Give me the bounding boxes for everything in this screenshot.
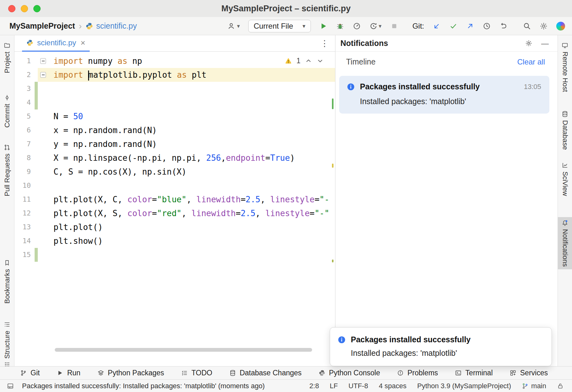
code-line-10[interactable]: 10 <box>14 179 335 193</box>
code-line-11[interactable]: 11plt.plot(X, C, color="blue", linewidth… <box>14 193 335 206</box>
line-number[interactable]: 6 <box>14 123 35 137</box>
code-line-14[interactable]: 14plt.show() <box>14 234 335 248</box>
tool-window-button-problems[interactable]: Problems <box>397 369 438 377</box>
tool-strip-pull-requests[interactable]: Pull Requests <box>0 142 14 199</box>
code-text[interactable] <box>48 96 335 109</box>
minimize-window-button[interactable] <box>21 5 28 12</box>
tool-window-button-python-packages[interactable]: Python Packages <box>98 369 164 377</box>
tool-window-button-services[interactable]: Services <box>510 369 548 377</box>
close-tab-icon[interactable]: × <box>81 39 85 47</box>
hide-panel-icon[interactable]: — <box>541 40 549 47</box>
code-line-3[interactable]: 3 <box>14 82 335 96</box>
next-problem-icon[interactable] <box>317 57 324 64</box>
git-push-button[interactable] <box>466 22 474 30</box>
fold-marker-icon[interactable] <box>38 54 48 68</box>
tool-strip-notifications[interactable]: Notifications <box>558 217 572 269</box>
horizontal-scrollbar[interactable] <box>55 348 312 352</box>
code-line-13[interactable]: 13plt.plot() <box>14 220 335 234</box>
line-number[interactable]: 7 <box>14 137 35 151</box>
code-text[interactable] <box>48 82 335 96</box>
code-line-2[interactable]: 2import matplotlib.pyplot as plt <box>14 68 335 82</box>
caret-position[interactable]: 2:8 <box>309 382 319 390</box>
tab-options-kebab-icon[interactable]: ⋮ <box>320 38 329 48</box>
tool-strip-commit[interactable]: Commit <box>0 92 14 130</box>
profiler-widget[interactable]: ▾ <box>369 22 382 30</box>
code-line-4[interactable]: 4 <box>14 96 335 109</box>
debug-button[interactable] <box>336 22 344 30</box>
code-line-8[interactable]: 8X = np.linspace(-np.pi, np.pi, 256,endp… <box>14 151 335 165</box>
layout-toggle-icon[interactable] <box>7 383 14 389</box>
git-branch-widget[interactable]: main <box>522 382 546 390</box>
breadcrumb-project[interactable]: MySampleProject <box>9 21 75 31</box>
tool-window-button-database-changes[interactable]: Database Changes <box>229 369 302 377</box>
notification-settings-icon[interactable] <box>525 40 532 47</box>
line-number[interactable]: 2 <box>14 68 35 82</box>
run-configuration-select[interactable]: Current File ▾ <box>248 20 311 32</box>
editor[interactable]: 1import numpy as np2import matplotlib.py… <box>14 52 335 366</box>
code-line-12[interactable]: 12plt.plot(X, S, color="red", linewidth=… <box>14 206 335 220</box>
tool-window-button-terminal[interactable]: Terminal <box>455 369 493 377</box>
file-encoding[interactable]: UTF-8 <box>349 382 368 390</box>
notification-toast[interactable]: Packages installed successfully Installe… <box>330 327 552 366</box>
python-interpreter[interactable]: Python 3.9 (MySampleProject) <box>417 382 511 390</box>
notification-card[interactable]: Packages installed successfully 13:05 In… <box>339 76 549 114</box>
lock-icon[interactable] <box>557 383 564 389</box>
line-number[interactable]: 8 <box>14 151 35 165</box>
code-text[interactable] <box>48 248 335 262</box>
code-text[interactable]: plt.plot(X, C, color="blue", linewidth=2… <box>48 193 335 206</box>
git-rollback-button[interactable] <box>499 22 508 30</box>
coverage-button[interactable] <box>353 22 361 30</box>
line-separator[interactable]: LF <box>330 382 338 390</box>
git-commit-button[interactable] <box>449 22 457 30</box>
tool-strip-remote-host[interactable]: Remote Host <box>558 40 572 94</box>
fold-marker-icon[interactable] <box>38 68 48 82</box>
line-number[interactable]: 5 <box>14 109 35 123</box>
code-text[interactable]: y = np.random.rand(N) <box>48 137 335 151</box>
line-number[interactable]: 9 <box>14 165 35 179</box>
line-number[interactable]: 10 <box>14 179 35 193</box>
code-text[interactable]: import matplotlib.pyplot as plt <box>48 68 335 82</box>
run-button[interactable] <box>319 22 328 30</box>
code-line-9[interactable]: 9C, S = np.cos(X), np.sin(X) <box>14 165 335 179</box>
code-text[interactable]: plt.plot() <box>48 220 335 234</box>
zoom-window-button[interactable] <box>33 5 41 12</box>
code-text[interactable]: plt.show() <box>48 234 335 248</box>
git-history-button[interactable] <box>483 22 491 30</box>
code-text[interactable]: C, S = np.cos(X), np.sin(X) <box>48 165 335 179</box>
line-number[interactable]: 1 <box>14 54 35 68</box>
breadcrumb-file[interactable]: scientific.py <box>96 21 137 31</box>
tool-window-button-git[interactable]: Git <box>20 369 40 377</box>
git-update-button[interactable] <box>433 22 441 30</box>
settings-gear-icon[interactable] <box>540 22 548 30</box>
code-line-6[interactable]: 6x = np.random.rand(N) <box>14 123 335 137</box>
prev-problem-icon[interactable] <box>305 57 312 64</box>
line-number[interactable]: 14 <box>14 234 35 248</box>
tool-window-button-run[interactable]: Run <box>57 369 80 377</box>
tool-strip-bookmarks[interactable]: Bookmarks <box>0 257 14 306</box>
tab-scientific-py[interactable]: scientific.py × <box>22 35 90 52</box>
tool-strip-sciview[interactable]: SciView <box>558 160 572 199</box>
user-widget[interactable]: ▾ <box>227 22 240 30</box>
clear-all-link[interactable]: Clear all <box>517 58 545 66</box>
code-line-15[interactable]: 15 <box>14 248 335 262</box>
code-text[interactable]: plt.plot(X, S, color="red", linewidth=2.… <box>48 206 335 220</box>
line-number[interactable]: 3 <box>14 82 35 96</box>
code-text[interactable] <box>48 179 335 193</box>
line-number[interactable]: 4 <box>14 96 35 109</box>
code-text[interactable]: N = 50 <box>48 109 335 123</box>
tool-strip-database[interactable]: Database <box>558 108 572 152</box>
line-number[interactable]: 12 <box>14 206 35 220</box>
close-window-button[interactable] <box>8 5 15 12</box>
code-line-7[interactable]: 7y = np.random.rand(N) <box>14 137 335 151</box>
line-number[interactable]: 15 <box>14 248 35 262</box>
line-number[interactable]: 13 <box>14 220 35 234</box>
code-text[interactable]: X = np.linspace(-np.pi, np.pi, 256,endpo… <box>48 151 335 165</box>
tool-window-button-todo[interactable]: TODO <box>181 369 212 377</box>
pycharm-logo-icon[interactable] <box>556 22 565 31</box>
search-everywhere-icon[interactable] <box>523 22 531 30</box>
tool-window-button-python-console[interactable]: Python Console <box>319 369 380 377</box>
tool-strip-structure[interactable]: Structure <box>0 319 14 361</box>
indent-setting[interactable]: 4 spaces <box>379 382 407 390</box>
code-text[interactable]: x = np.random.rand(N) <box>48 123 335 137</box>
code-line-5[interactable]: 5N = 50 <box>14 109 335 123</box>
